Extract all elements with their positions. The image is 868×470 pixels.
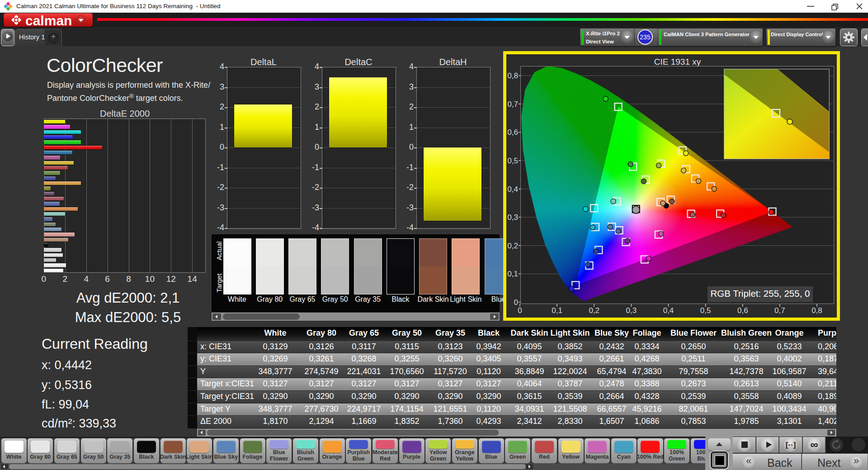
svg-text:0,3: 0,3 [626, 306, 637, 315]
svg-text:0,4: 0,4 [663, 306, 674, 315]
svg-text:0,4: 0,4 [507, 185, 518, 194]
svg-text:0,7: 0,7 [507, 100, 518, 109]
svg-text:0,5: 0,5 [507, 157, 518, 165]
svg-text:0,6: 0,6 [507, 128, 518, 137]
svg-text:0,6: 0,6 [737, 306, 748, 315]
svg-text:0,8: 0,8 [507, 71, 518, 80]
svg-text:0,2: 0,2 [589, 306, 599, 315]
svg-text:0,7: 0,7 [774, 306, 785, 315]
svg-text:0,2: 0,2 [507, 242, 518, 250]
svg-text:0: 0 [518, 306, 522, 315]
svg-text:0: 0 [514, 298, 518, 307]
svg-text:0,1: 0,1 [507, 270, 518, 278]
svg-text:0,5: 0,5 [700, 306, 711, 315]
svg-text:0,1: 0,1 [552, 306, 562, 315]
svg-text:0,8: 0,8 [811, 306, 822, 315]
svg-text:0,3: 0,3 [507, 213, 518, 222]
